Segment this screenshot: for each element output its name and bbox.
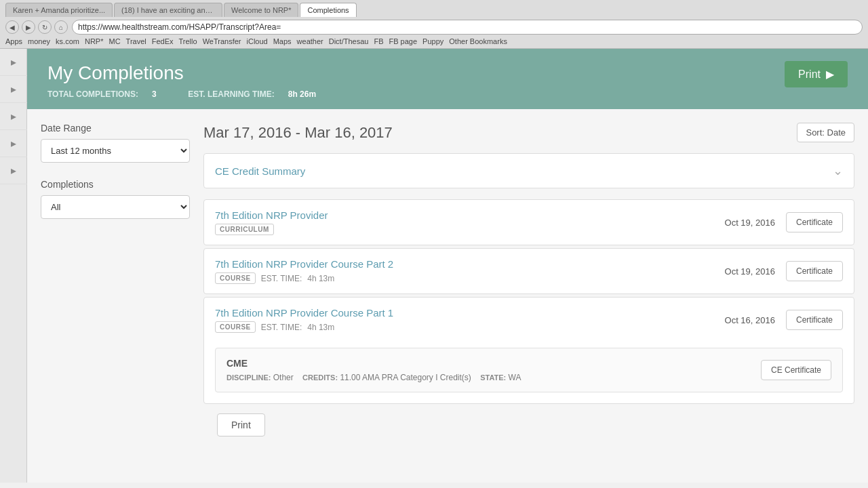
bottom-print-button[interactable]: Print: [217, 413, 265, 436]
completion-est-time-2: 4h 13m: [307, 274, 334, 283]
completion-item-1: 7th Edition NRP Provider CURRICULUM Oct …: [203, 199, 854, 245]
content-area: Date Range Last 12 months Last 6 months …: [27, 109, 868, 470]
completion-left-3: 7th Edition NRP Provider Course Part 1 C…: [215, 307, 725, 333]
ce-summary-title: CE Credit Summary: [215, 165, 305, 177]
bookmark-dict[interactable]: Dict/Thesau: [329, 37, 369, 45]
nav-icon-1[interactable]: ▸: [0, 49, 27, 76]
certificate-button-2[interactable]: Certificate: [786, 261, 843, 281]
back-button[interactable]: ◀: [5, 20, 19, 34]
cme-block: CME DISCIPLINE: Other CREDITS: 11.00 AMA…: [215, 348, 843, 392]
completion-left-2: 7th Edition NRP Provider Course Part 2 C…: [215, 258, 725, 284]
bookmarks-bar: Apps money ks.com NRP* MC Travel FedEx T…: [5, 37, 863, 45]
nav-icon-5[interactable]: ▸: [0, 157, 27, 184]
certificate-button-3[interactable]: Certificate: [786, 310, 843, 330]
bookmark-money[interactable]: money: [28, 37, 50, 45]
completion-title-1[interactable]: 7th Edition NRP Provider: [215, 209, 725, 221]
bookmark-fbpage[interactable]: FB page: [389, 37, 418, 45]
home-button[interactable]: ⌂: [54, 20, 68, 34]
main-panel: Mar 17, 2016 - Mar 16, 2017 Sort: Date C…: [203, 123, 854, 457]
print-arrow-icon: ▶: [826, 68, 834, 81]
cme-title: CME: [226, 358, 521, 369]
cme-credits-value: 11.00 AMA PRA Category I Credit(s): [340, 373, 471, 382]
url-input[interactable]: [72, 20, 863, 35]
print-header-button[interactable]: Print ▶: [785, 61, 848, 87]
tab-4-completions[interactable]: Completions: [300, 3, 356, 17]
refresh-button[interactable]: ↻: [38, 20, 52, 34]
bookmark-puppy[interactable]: Puppy: [422, 37, 443, 45]
completion-est-time-3: 4h 13m: [307, 323, 334, 332]
total-completions-value: 3: [152, 89, 157, 99]
sidebar-filters: Date Range Last 12 months Last 6 months …: [41, 123, 190, 457]
est-learning-label: EST. LEARNING TIME:: [188, 89, 274, 99]
page-wrapper: ▸ ▸ ▸ ▸ ▸ My Completions Print ▶ TOTAL C…: [0, 49, 868, 483]
bottom-print-area: Print: [203, 407, 854, 457]
sort-button[interactable]: Sort: Date: [797, 123, 854, 142]
completion-est-label-3: EST. TIME:: [261, 323, 302, 332]
browser-chrome: Karen + Amanda prioritize... (18) I have…: [0, 0, 868, 49]
tab-bar: Karen + Amanda prioritize... (18) I have…: [5, 3, 863, 17]
date-range-display: Mar 17, 2016 - Mar 16, 2017: [203, 124, 393, 142]
bookmark-maps[interactable]: Maps: [273, 37, 292, 45]
completion-badge-2: COURSE: [215, 272, 256, 284]
completion-item-2: 7th Edition NRP Provider Course Part 2 C…: [203, 248, 854, 294]
bookmark-ks[interactable]: ks.com: [56, 37, 79, 45]
est-learning-value: 8h 26m: [288, 89, 316, 99]
nav-icon-4[interactable]: ▸: [0, 130, 27, 157]
bookmark-weather[interactable]: weather: [297, 37, 323, 45]
certificate-button-1[interactable]: Certificate: [786, 212, 843, 232]
date-range-header: Mar 17, 2016 - Mar 16, 2017 Sort: Date: [203, 123, 854, 142]
print-header-label: Print: [798, 68, 821, 81]
date-range-label: Date Range: [41, 123, 190, 134]
tab-3[interactable]: Welcome to NRP*: [224, 3, 298, 17]
tab-1[interactable]: Karen + Amanda prioritize...: [5, 3, 113, 17]
bookmark-other[interactable]: Other Bookmarks: [449, 37, 507, 45]
bookmark-travel[interactable]: Travel: [126, 37, 146, 45]
cme-info: CME DISCIPLINE: Other CREDITS: 11.00 AMA…: [226, 358, 521, 382]
stats-bar: TOTAL COMPLETIONS: 3 EST. LEARNING TIME:…: [47, 89, 848, 99]
completion-badges-1: CURRICULUM: [215, 224, 725, 235]
bookmark-apps[interactable]: Apps: [5, 37, 22, 45]
bookmark-icloud[interactable]: iCloud: [247, 37, 268, 45]
ce-summary-header[interactable]: CE Credit Summary ⌄: [204, 154, 854, 188]
nav-buttons: ◀ ▶ ↻ ⌂: [5, 20, 68, 34]
date-range-filter: Date Range Last 12 months Last 6 months …: [41, 123, 190, 163]
completion-badges-2: COURSE EST. TIME: 4h 13m: [215, 272, 725, 284]
completion-item-3-wrapper: 7th Edition NRP Provider Course Part 1 C…: [203, 297, 854, 404]
bookmark-mc[interactable]: MC: [108, 37, 120, 45]
completion-title-3[interactable]: 7th Edition NRP Provider Course Part 1: [215, 307, 725, 319]
cme-state-value: WA: [509, 373, 521, 382]
ce-certificate-button[interactable]: CE Certificate: [761, 360, 831, 380]
completion-badges-3: COURSE EST. TIME: 4h 13m: [215, 321, 725, 333]
bookmark-nrp[interactable]: NRP*: [85, 37, 104, 45]
tab-2[interactable]: (18) I have an exciting ann...: [114, 3, 222, 17]
bookmark-fb[interactable]: FB: [374, 37, 383, 45]
address-bar: ◀ ▶ ↻ ⌂: [5, 20, 863, 35]
ce-credit-summary[interactable]: CE Credit Summary ⌄: [203, 153, 854, 188]
bookmark-wetransfer[interactable]: WeTransfer: [203, 37, 241, 45]
completion-title-2[interactable]: 7th Edition NRP Provider Course Part 2: [215, 258, 725, 270]
cme-discipline-value: Other: [273, 373, 294, 382]
cme-discipline-label: DISCIPLINE:: [226, 373, 271, 382]
forward-button[interactable]: ▶: [22, 20, 35, 34]
date-range-select[interactable]: Last 12 months Last 6 months Last 3 mont…: [41, 139, 190, 163]
completion-date-1: Oct 19, 2016: [725, 218, 775, 228]
completion-est-label-2: EST. TIME:: [261, 274, 302, 283]
ce-summary-chevron-icon: ⌄: [833, 163, 843, 178]
completions-filter: Completions All Courses Only Curricula O…: [41, 179, 190, 219]
completion-date-3: Oct 16, 2016: [725, 315, 775, 325]
page-header: My Completions Print ▶ TOTAL COMPLETIONS…: [27, 49, 868, 109]
main-content: My Completions Print ▶ TOTAL COMPLETIONS…: [27, 49, 868, 483]
completion-date-2: Oct 19, 2016: [725, 266, 775, 277]
completion-left-1: 7th Edition NRP Provider CURRICULUM: [215, 209, 725, 235]
left-nav: ▸ ▸ ▸ ▸ ▸: [0, 49, 27, 483]
nav-icon-2[interactable]: ▸: [0, 76, 27, 103]
completions-select[interactable]: All Courses Only Curricula Only: [41, 195, 190, 219]
completion-badge-1: CURRICULUM: [215, 224, 274, 235]
nav-icon-3[interactable]: ▸: [0, 103, 27, 130]
total-completions-label: TOTAL COMPLETIONS:: [47, 89, 138, 99]
page-title: My Completions: [47, 62, 848, 84]
cme-state-label: STATE:: [480, 373, 506, 382]
bookmark-fedex[interactable]: FedEx: [152, 37, 174, 45]
stats-separator: [170, 89, 175, 99]
bookmark-trello[interactable]: Trello: [179, 37, 197, 45]
